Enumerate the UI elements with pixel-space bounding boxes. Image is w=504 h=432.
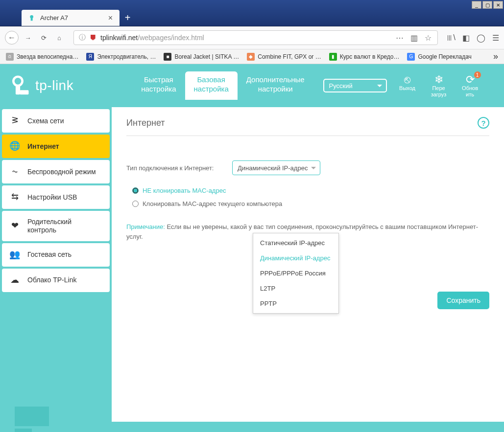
account-icon[interactable]: ◯ [477, 33, 485, 43]
tab-quick-setup[interactable]: Быстрая настройка [132, 71, 185, 100]
logo: tp-link [10, 75, 73, 96]
network-map-icon: ᕒ [10, 116, 20, 126]
tab-close-icon[interactable]: × [108, 14, 113, 23]
page-header: tp-link Быстрая настройка Базовая настро… [0, 64, 504, 107]
save-button[interactable]: Сохранить [437, 292, 489, 309]
logout-icon: ⎋ [404, 73, 410, 85]
svg-rect-4 [20, 90, 28, 94]
conn-type-dropdown-list: Статический IP-адрес Динамический IP-адр… [253, 233, 339, 314]
help-icon[interactable]: ? [478, 117, 489, 129]
reader-icon[interactable]: ▥ [410, 33, 419, 43]
menu-icon[interactable]: ☰ [492, 33, 499, 43]
sidebar-toggle-icon[interactable]: ◧ [462, 33, 470, 43]
bookmark-item[interactable]: ⛭Звезда велосипедна… [6, 53, 78, 61]
mac-radio-noclone[interactable] [132, 187, 139, 194]
users-icon: 👥 [10, 250, 20, 260]
conn-type-label: Тип подключения к Интернет: [126, 164, 232, 172]
update-badge: 1 [474, 71, 481, 78]
bookmark-item[interactable]: ◆Combine FIT, GPX or … [247, 53, 321, 61]
page-title: Интернет [126, 118, 165, 128]
bookmark-item[interactable]: GGoogle Перекладач [407, 53, 471, 61]
bookmark-item[interactable]: ■Boreal Jacket | SITKA … [164, 53, 239, 61]
window-close-button[interactable]: ✕ [493, 1, 503, 9]
forward-button[interactable]: → [22, 31, 34, 44]
globe-icon: 🌐 [10, 141, 20, 151]
browser-tab[interactable]: Archer A7 × [22, 10, 120, 26]
bookmark-item[interactable]: ЯЭлектродвигатель, … [86, 53, 156, 61]
insecure-icon: ⛊ [90, 34, 96, 42]
bookmark-star-icon[interactable]: ☆ [425, 33, 432, 43]
info-icon: ⓘ [79, 33, 86, 42]
svg-point-0 [30, 15, 33, 19]
router-page: tp-link Быстрая настройка Базовая настро… [0, 64, 504, 432]
favicon-tplink [28, 14, 36, 22]
mac-radio-clone[interactable] [132, 201, 139, 207]
mac-option-noclone[interactable]: НЕ клонировать MAC-адрес [132, 187, 489, 194]
url-host: tplinkwifi.net [100, 34, 138, 42]
tab-title: Archer A7 [40, 14, 68, 22]
logo-text: tp-link [35, 78, 73, 93]
cloud-icon: ☁ [10, 275, 20, 285]
sidebar-item-parental[interactable]: ❤Родительский контроль [2, 211, 110, 241]
bookmarks-bar: ⛭Звезда велосипедна… ЯЭлектродвигатель, … [0, 49, 504, 64]
language-select[interactable]: Русский [323, 79, 387, 92]
address-bar[interactable]: ⓘ ⛊ tplinkwifi.net/webpages/index.html ⋯… [73, 30, 438, 45]
svg-rect-1 [31, 18, 33, 21]
conn-type-select[interactable]: Динамический IP-адрес [232, 160, 320, 175]
window-chrome: _ ▢ ✕ Archer A7 × + [0, 0, 504, 26]
logout-button[interactable]: ⎋ Выход [396, 73, 419, 97]
sidebar-item-guest[interactable]: 👥Гостевая сеть [2, 243, 110, 267]
tab-basic[interactable]: Базовая настройка [185, 71, 238, 100]
bookmark-item[interactable]: ▮Курс валют в Кредо… [329, 53, 400, 61]
browser-toolbar: ← → ⟳ ⌂ ⓘ ⛊ tplinkwifi.net/webpages/inde… [0, 26, 504, 49]
tab-advanced[interactable]: Дополнительные настройки [238, 71, 313, 100]
sidebar-item-network-map[interactable]: ᕒСхема сети [2, 109, 110, 133]
conn-opt-static[interactable]: Статический IP-адрес [253, 235, 338, 250]
svg-point-2 [13, 77, 22, 86]
sidebar: ᕒСхема сети 🌐Интернет ⏦Беспроводной режи… [0, 107, 112, 422]
sidebar-item-cloud[interactable]: ☁Облако TP-Link [2, 269, 110, 292]
update-button[interactable]: 1 ⟳ Обнов ить [458, 73, 482, 97]
reload-button[interactable]: ⟳ [37, 31, 50, 44]
usb-icon: ⇆ [10, 192, 20, 202]
update-icon: ⟳ [466, 73, 475, 85]
conn-opt-dynamic[interactable]: Динамический IP-адрес [253, 250, 338, 266]
bookmarks-overflow-icon[interactable]: » [493, 51, 498, 62]
mac-option-clone[interactable]: Клонировать MAC-адрес текущего компьютер… [132, 200, 489, 207]
back-button[interactable]: ← [5, 31, 19, 45]
home-button[interactable]: ⌂ [53, 31, 66, 44]
conn-opt-l2tp[interactable]: L2TP [253, 281, 338, 296]
main-tabs: Быстрая настройка Базовая настройка Допо… [132, 71, 313, 100]
reboot-button[interactable]: ❄ Пере загруз [427, 73, 451, 97]
sidebar-item-wireless[interactable]: ⏦Беспроводной режим [2, 160, 110, 183]
window-min-button[interactable]: _ [472, 1, 481, 9]
reboot-icon: ❄ [434, 73, 443, 85]
library-icon[interactable]: ⫼\ [446, 33, 456, 42]
bg-deco [15, 407, 49, 426]
conn-opt-pptp[interactable]: PPTP [253, 296, 338, 311]
conn-opt-pppoe[interactable]: PPPoE/PPPoE Россия [253, 266, 338, 281]
bg-deco [15, 429, 32, 432]
wifi-icon: ⏦ [10, 167, 20, 177]
new-tab-button[interactable]: + [120, 10, 136, 26]
sidebar-item-usb[interactable]: ⇆Настройки USB [2, 185, 110, 209]
svg-rect-3 [16, 85, 20, 94]
more-icon[interactable]: ⋯ [396, 33, 405, 43]
window-max-button[interactable]: ▢ [482, 1, 492, 9]
sidebar-item-internet[interactable]: 🌐Интернет [2, 135, 110, 158]
heart-icon: ❤ [10, 221, 20, 231]
url-path: /webpages/index.html [138, 34, 204, 42]
